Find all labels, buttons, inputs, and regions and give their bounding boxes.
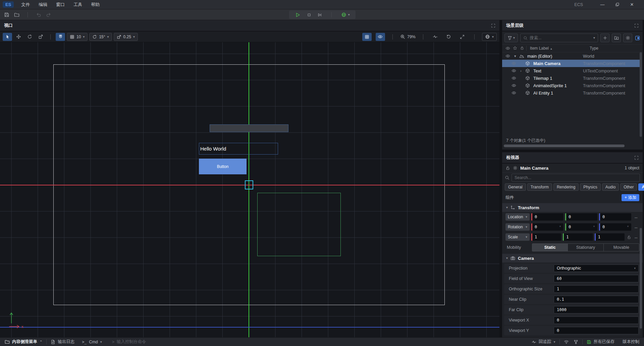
source-control-button[interactable]	[574, 340, 578, 344]
maximize-button[interactable]	[610, 0, 625, 9]
grid-snap-dropdown[interactable]: 10 ▾	[67, 33, 88, 41]
tree-row-tilemap[interactable]: Tilemap 1 TransformComponent	[502, 74, 640, 82]
scale-link-icon[interactable]: ↔	[633, 235, 639, 240]
viewport-y-field[interactable]: 0	[554, 327, 639, 334]
menu-window[interactable]: 窗口	[56, 2, 65, 8]
version-control-button[interactable]: 版本控制	[623, 339, 639, 345]
scale-z-field[interactable]: 1	[595, 233, 625, 241]
save-button[interactable]	[4, 12, 9, 17]
world-dropdown[interactable]: ▾	[482, 33, 497, 41]
cmd-dropdown[interactable]: >_ Cmd ▾	[82, 340, 102, 344]
scene-canvas[interactable]: Hello World Button x	[0, 42, 499, 337]
output-log-button[interactable]: 输出日志	[51, 339, 74, 345]
scale-x-field[interactable]: 1	[531, 233, 561, 241]
fov-field[interactable]: 60	[554, 275, 639, 282]
tree-row-main-camera[interactable]: Main Camera TransformComponent	[502, 60, 640, 67]
grid-visibility-toggle[interactable]	[362, 33, 372, 41]
hierarchy-search-input[interactable]	[530, 36, 591, 40]
rotation-link-icon[interactable]: ↔	[633, 225, 639, 230]
play-button[interactable]	[295, 12, 301, 18]
projection-dropdown[interactable]: Orthographic▾	[554, 265, 639, 272]
scale-dropdown[interactable]: Scale▾	[505, 233, 530, 241]
location-dropdown[interactable]: Location▾	[505, 213, 530, 221]
eye-icon[interactable]	[512, 61, 517, 66]
column-type[interactable]: Type	[590, 46, 643, 51]
hierarchy-settings-button[interactable]	[623, 34, 632, 42]
scale-snap-dropdown[interactable]: 0.25 ▾	[114, 33, 138, 41]
save-status[interactable]: 所有已保存	[587, 339, 615, 345]
app-logo[interactable]: ES	[3, 1, 14, 8]
tab-audio[interactable]: Audio	[602, 183, 619, 191]
viewport-expand-button[interactable]	[491, 23, 495, 28]
tree-row-animatedsprite[interactable]: AnimatedSprite 1 TransformComponent	[502, 82, 640, 89]
console-command-input[interactable]: > 输入控制台命令	[112, 339, 146, 345]
eye-icon[interactable]	[512, 68, 517, 73]
inspector-search-input[interactable]	[515, 175, 637, 180]
tab-other[interactable]: Other	[620, 183, 637, 191]
fullscreen-button[interactable]	[458, 33, 467, 41]
eye-icon[interactable]	[512, 91, 517, 95]
snap-toggle-button[interactable]	[56, 33, 65, 41]
add-component-button[interactable]: + 添加	[622, 194, 639, 201]
hierarchy-expand-button[interactable]	[634, 23, 639, 28]
scene-panel-object[interactable]	[210, 124, 288, 132]
eye-icon[interactable]	[512, 76, 517, 80]
close-button[interactable]: ✕	[625, 0, 639, 9]
stats-toggle-button[interactable]	[431, 33, 440, 41]
transform-section-header[interactable]: ▾ Transform	[502, 203, 643, 212]
mobility-movable[interactable]: Movable	[604, 244, 639, 251]
hierarchy-vertical-scrollbar[interactable]	[640, 52, 642, 137]
zoom-control[interactable]: 79%	[400, 34, 416, 39]
add-entity-button[interactable]	[600, 34, 609, 42]
select-tool-button[interactable]	[3, 33, 12, 41]
scale-tool-button[interactable]	[36, 33, 45, 41]
stop-button[interactable]	[307, 12, 312, 17]
tab-transform[interactable]: Transform	[527, 183, 552, 191]
eye-icon[interactable]	[512, 83, 517, 88]
scale-lock-icon[interactable]	[626, 235, 633, 239]
mobility-stationary[interactable]: Stationary	[568, 244, 603, 251]
minimize-button[interactable]: —	[595, 0, 610, 9]
tree-row-text[interactable]: › Text UITextComponent	[502, 67, 640, 74]
gear-icon[interactable]	[513, 166, 518, 170]
undo-button[interactable]	[36, 12, 41, 17]
run-target-dropdown[interactable]: ▾	[341, 12, 350, 17]
tab-rendering[interactable]: Rendering	[553, 183, 579, 191]
rotation-snap-dropdown[interactable]: 15° ▾	[89, 33, 112, 41]
tab-physics[interactable]: Physics	[580, 183, 600, 191]
hierarchy-search[interactable]: ▾	[520, 34, 598, 42]
new-folder-button[interactable]	[612, 34, 621, 42]
rotation-x-field[interactable]: 0°	[531, 223, 564, 231]
inspector-expand-button[interactable]	[634, 156, 639, 160]
tab-all[interactable]: All	[638, 183, 644, 191]
scale-y-field[interactable]: 1	[563, 233, 593, 241]
visibility-toggle[interactable]	[376, 33, 385, 41]
location-y-field[interactable]: 0	[565, 213, 597, 221]
location-x-field[interactable]: 0	[531, 213, 564, 221]
tree-row-ai-entity[interactable]: AI Entity 1 TransformComponent	[502, 89, 640, 97]
menu-help[interactable]: 帮助	[91, 2, 100, 8]
menu-file[interactable]: 文件	[21, 2, 30, 8]
rotation-dropdown[interactable]: Rotation▾	[505, 223, 530, 231]
lock-icon[interactable]	[505, 166, 510, 170]
redo-button[interactable]	[46, 12, 51, 17]
column-item-label[interactable]: Item Label ▲	[530, 46, 552, 51]
menu-tools[interactable]: 工具	[73, 2, 82, 8]
hierarchy-horizontal-scrollbar[interactable]	[504, 145, 641, 148]
eye-icon[interactable]	[505, 54, 511, 58]
ortho-size-field[interactable]: 1	[554, 285, 639, 293]
network-status-button[interactable]	[564, 339, 569, 344]
scene-selection-handle[interactable]	[245, 180, 253, 189]
far-clip-field[interactable]: 1000	[554, 306, 639, 313]
panel-layout-button[interactable]	[635, 35, 640, 41]
move-tool-button[interactable]	[14, 33, 23, 41]
tree-row-world[interactable]: ▾ main (Editor) World	[502, 52, 640, 60]
open-folder-button[interactable]	[14, 12, 19, 17]
reset-view-button[interactable]	[444, 33, 453, 41]
rotate-tool-button[interactable]	[25, 33, 34, 41]
scene-button-object[interactable]: Button	[199, 159, 247, 174]
expand-icon[interactable]: ›	[520, 69, 525, 73]
step-button[interactable]	[317, 12, 322, 17]
viewport-x-field[interactable]: 0	[554, 316, 639, 324]
camera-section-header[interactable]: ▾ Camera	[502, 254, 643, 263]
